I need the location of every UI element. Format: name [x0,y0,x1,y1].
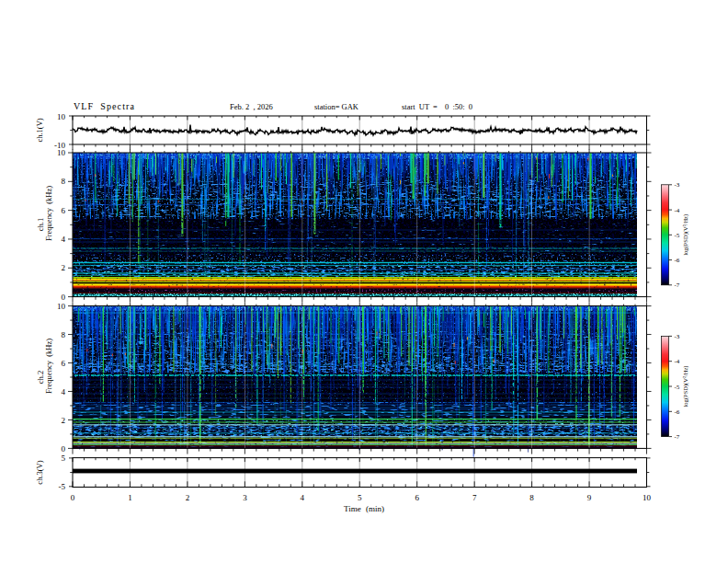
svg-text:-7: -7 [675,282,680,289]
svg-text:ch.1(V): ch.1(V) [35,118,44,142]
svg-text:5: 5 [358,493,362,502]
svg-text:Frequency (kHz): Frequency (kHz) [44,339,53,394]
svg-text:start UT = 0 :50: 0: start UT = 0 :50: 0 [402,102,472,111]
svg-text:9: 9 [587,493,592,502]
svg-text:8: 8 [62,330,66,339]
svg-text:-5: -5 [675,232,680,239]
svg-text:2: 2 [62,416,66,425]
svg-text:-4: -4 [675,358,680,365]
svg-text:Time (min): Time (min) [344,504,384,513]
svg-text:0: 0 [62,444,66,454]
svg-text:4: 4 [301,493,305,502]
svg-text:7: 7 [472,493,477,502]
svg-text:0: 0 [62,293,66,302]
svg-text:10: 10 [57,112,66,121]
svg-text:-6: -6 [675,408,680,416]
svg-text:ch.2: ch.2 [36,371,45,384]
svg-text:-7: -7 [675,433,680,441]
svg-text:6: 6 [62,206,66,215]
svg-text:ch.3(V): ch.3(V) [35,460,44,484]
svg-text:2: 2 [62,263,66,272]
svg-text:10: 10 [57,148,66,157]
svg-text:10: 10 [643,493,652,502]
svg-text:-6: -6 [675,257,680,264]
svg-text:-5: -5 [59,482,66,491]
svg-text:VLF Spectra: VLF Spectra [74,101,135,111]
svg-text:6: 6 [415,493,419,502]
svg-text:2: 2 [186,493,190,502]
svg-text:6: 6 [62,359,66,368]
svg-text:8: 8 [529,493,534,502]
svg-text:Feb. 2 , 2026: Feb. 2 , 2026 [230,102,273,111]
svg-text:-3: -3 [675,181,680,189]
svg-text:4: 4 [62,235,66,244]
svg-text:0: 0 [71,493,75,502]
svg-text:-3: -3 [675,333,680,340]
svg-text:8: 8 [62,177,66,186]
svg-text:log(PSD)(V²/Hz): log(PSD)(V²/Hz) [682,366,689,408]
svg-text:ch.1: ch.1 [36,218,45,231]
svg-text:5: 5 [62,454,66,463]
svg-text:1: 1 [128,493,132,502]
svg-text:10: 10 [57,302,66,311]
svg-text:-4: -4 [675,207,680,214]
svg-text:Frequency (kHz): Frequency (kHz) [44,186,53,241]
svg-text:station= GAK: station= GAK [314,102,359,111]
svg-text:3: 3 [243,493,247,502]
svg-text:4: 4 [62,387,66,396]
svg-text:log(PSD)(V²/Hz): log(PSD)(V²/Hz) [682,214,689,256]
svg-text:-5: -5 [675,384,680,391]
